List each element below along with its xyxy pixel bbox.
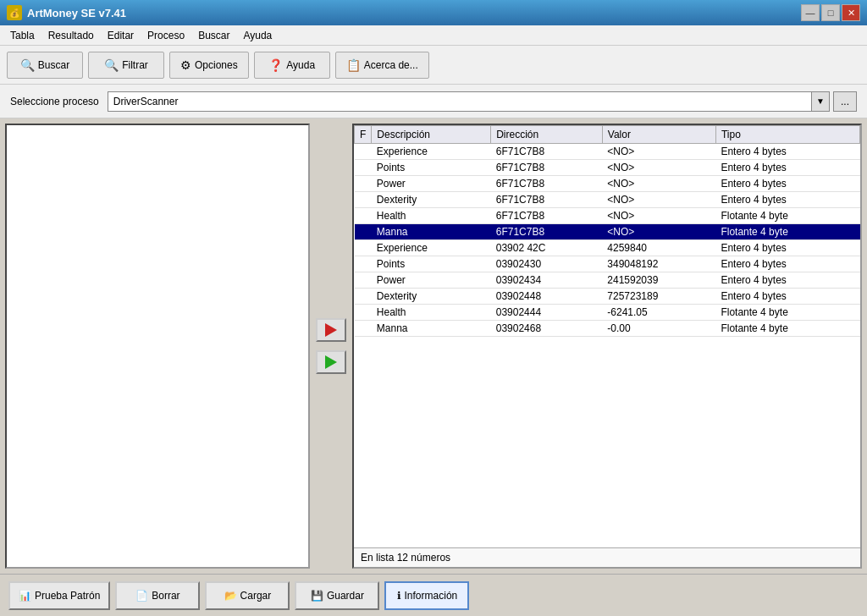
cell-tipo: Entero 4 bytes: [715, 272, 859, 289]
cell-tipo: Flotante 4 byte: [715, 305, 859, 321]
maximize-button[interactable]: □: [821, 4, 840, 21]
guardar-button[interactable]: 💾 Guardar: [295, 581, 379, 610]
data-table: F Descripción Dirección Valor Tipo Exper…: [354, 125, 860, 337]
cell-valor: 4259840: [602, 240, 715, 256]
cell-direccion: 6F71C7B8: [491, 208, 603, 224]
title-bar: 💰 ArtMoney SE v7.41 — □ ✕: [0, 0, 867, 25]
col-header-direccion: Dirección: [491, 126, 603, 144]
borrar-button[interactable]: 📄 Borrar: [115, 581, 200, 610]
acerca-icon: 📋: [346, 58, 361, 72]
cell-valor: -6241.05: [602, 305, 715, 321]
cell-f: [355, 208, 372, 224]
table-row[interactable]: Points6F71C7B8<NO>Entero 4 bytes: [355, 160, 860, 176]
process-input[interactable]: [108, 91, 811, 112]
cell-descripcion: Points: [372, 256, 491, 272]
table-row[interactable]: Manna03902468-0.00Flotante 4 byte: [355, 321, 860, 337]
close-button[interactable]: ✕: [842, 4, 860, 21]
cell-f: [355, 272, 372, 289]
opciones-icon: ⚙: [180, 58, 191, 72]
opciones-button[interactable]: ⚙ Opciones: [169, 52, 249, 79]
arrow-right-red-button[interactable]: [316, 318, 346, 342]
cell-direccion: 03902 42C: [491, 240, 603, 256]
table-row[interactable]: Manna6F71C7B8<NO>Flotante 4 byte: [355, 224, 860, 240]
title-bar-buttons: — □ ✕: [801, 4, 860, 21]
bottom-toolbar: 📊 Prueba Patrón 📄 Borrar 📂 Cargar 💾 Guar…: [0, 574, 867, 616]
cell-direccion: 6F71C7B8: [491, 160, 603, 176]
cargar-icon: 📂: [224, 590, 237, 602]
left-panel: [5, 124, 310, 569]
informacion-button[interactable]: ℹ Información: [384, 581, 469, 610]
table-row[interactable]: Power6F71C7B8<NO>Entero 4 bytes: [355, 176, 860, 192]
cell-f: [355, 256, 372, 272]
col-header-f: F: [355, 126, 372, 144]
opciones-label: Opciones: [195, 59, 238, 71]
cell-direccion: 6F71C7B8: [491, 176, 603, 192]
buscar-button[interactable]: 🔍 Buscar: [7, 52, 83, 79]
cell-valor: 349048192: [602, 256, 715, 272]
cell-f: [355, 176, 372, 192]
cell-f: [355, 192, 372, 208]
col-header-descripcion: Descripción: [372, 126, 491, 144]
prueba-label: Prueba Patrón: [35, 590, 100, 602]
cell-valor: <NO>: [602, 208, 715, 224]
table-row[interactable]: Experience6F71C7B8<NO>Entero 4 bytes: [355, 144, 860, 160]
cell-valor: <NO>: [602, 176, 715, 192]
cell-f: [355, 144, 372, 160]
arrow-right-green-button[interactable]: [316, 350, 346, 374]
borrar-icon: 📄: [135, 590, 148, 602]
cell-tipo: Flotante 4 byte: [715, 224, 859, 240]
menu-ayuda[interactable]: Ayuda: [236, 28, 279, 43]
table-status: En lista 12 números: [354, 547, 860, 567]
cell-descripcion: Points: [372, 160, 491, 176]
app-icon: 💰: [7, 5, 22, 20]
cell-valor: 725723189: [602, 289, 715, 305]
cell-tipo: Flotante 4 byte: [715, 208, 859, 224]
menu-tabla[interactable]: Tabla: [3, 28, 41, 43]
menu-editar[interactable]: Editar: [101, 28, 141, 43]
acerca-label: Acerca de...: [364, 59, 418, 71]
prueba-patron-button[interactable]: 📊 Prueba Patrón: [8, 581, 110, 610]
window-title: ArtMoney SE v7.41: [27, 7, 126, 19]
arrow-panel: [310, 124, 352, 569]
process-row: Seleccione proceso ▼ ...: [0, 85, 867, 118]
cell-valor: -0.00: [602, 321, 715, 337]
cell-direccion: 03902434: [491, 272, 603, 289]
process-more-button[interactable]: ...: [833, 91, 857, 112]
cargar-button[interactable]: 📂 Cargar: [205, 581, 290, 610]
table-row[interactable]: Health6F71C7B8<NO>Flotante 4 byte: [355, 208, 860, 224]
buscar-icon: 🔍: [20, 58, 35, 72]
arrow-right-green-icon: [325, 355, 337, 369]
cell-direccion: 03902448: [491, 289, 603, 305]
cell-tipo: Entero 4 bytes: [715, 160, 859, 176]
ayuda-label: Ayuda: [286, 59, 315, 71]
menu-proceso[interactable]: Proceso: [141, 28, 191, 43]
cell-f: [355, 321, 372, 337]
table-row[interactable]: Dexterity6F71C7B8<NO>Entero 4 bytes: [355, 192, 860, 208]
filtrar-button[interactable]: 🔍 Filtrar: [88, 52, 164, 79]
cell-f: [355, 289, 372, 305]
process-label: Seleccione proceso: [10, 96, 99, 107]
menu-buscar[interactable]: Buscar: [191, 28, 236, 43]
cell-descripcion: Experience: [372, 240, 491, 256]
arrow-right-red-icon: [325, 323, 337, 337]
guardar-icon: 💾: [311, 590, 323, 602]
ayuda-icon: ❓: [268, 58, 283, 72]
table-row[interactable]: Experience03902 42C4259840Entero 4 bytes: [355, 240, 860, 256]
minimize-button[interactable]: —: [801, 4, 820, 21]
table-row[interactable]: Points03902430349048192Entero 4 bytes: [355, 256, 860, 272]
acerca-button[interactable]: 📋 Acerca de...: [335, 52, 429, 79]
menu-resultado[interactable]: Resultado: [41, 28, 101, 43]
table-body: Experience6F71C7B8<NO>Entero 4 bytesPoin…: [355, 144, 860, 337]
cell-tipo: Flotante 4 byte: [715, 321, 859, 337]
cell-descripcion: Power: [372, 176, 491, 192]
title-bar-left: 💰 ArtMoney SE v7.41: [7, 5, 126, 20]
process-dropdown-button[interactable]: ▼: [811, 91, 830, 112]
table-row[interactable]: Dexterity03902448725723189Entero 4 bytes: [355, 289, 860, 305]
table-container[interactable]: F Descripción Dirección Valor Tipo Exper…: [354, 125, 860, 547]
cell-descripcion: Experience: [372, 144, 491, 160]
cargar-label: Cargar: [240, 590, 272, 602]
table-row[interactable]: Power03902434241592039Entero 4 bytes: [355, 272, 860, 289]
table-row[interactable]: Health03902444-6241.05Flotante 4 byte: [355, 305, 860, 321]
ayuda-button[interactable]: ❓ Ayuda: [254, 52, 330, 79]
cell-descripcion: Health: [372, 208, 491, 224]
